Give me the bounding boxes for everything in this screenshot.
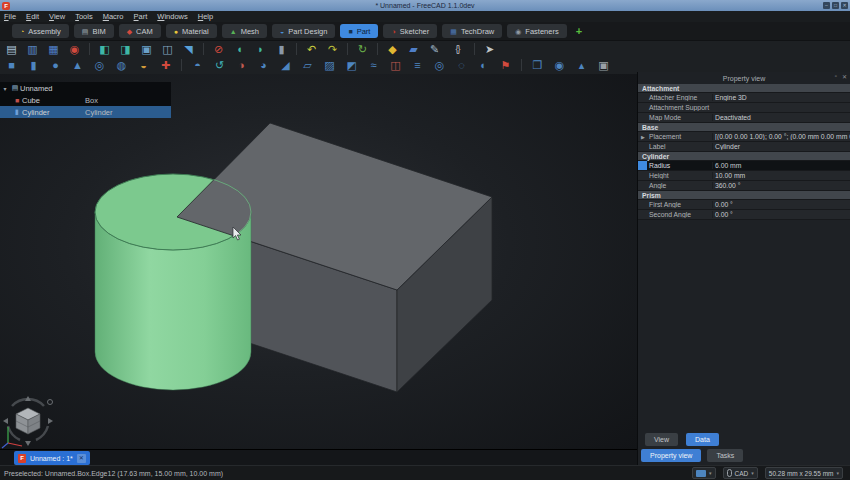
tab-view[interactable]: View: [645, 433, 678, 446]
chamfer-icon[interactable]: ◢: [279, 59, 292, 72]
expression-editor-icon[interactable]: {}: [449, 43, 466, 56]
link-select-icon[interactable]: ▮: [275, 43, 288, 56]
projection-on-surface-icon[interactable]: ⚑: [499, 59, 512, 72]
appearance-icon[interactable]: ◆: [386, 43, 399, 56]
sweep-icon[interactable]: ≈: [367, 59, 380, 72]
box-primitive-icon[interactable]: ■: [5, 59, 18, 72]
tube-primitive-icon[interactable]: ◍: [115, 59, 128, 72]
tab-property-view[interactable]: Property view: [641, 449, 701, 462]
navcube-cube[interactable]: [16, 408, 40, 434]
float-panel-icon[interactable]: ▫: [835, 73, 837, 80]
whats-this-icon[interactable]: ➤: [483, 43, 496, 56]
maximize-button[interactable]: □: [832, 2, 839, 9]
property-value[interactable]: Deactivated: [712, 114, 850, 121]
workbench-tab-assembly[interactable]: ◔ Assembly: [12, 24, 69, 38]
workbench-tab-material[interactable]: ● Material: [166, 24, 217, 38]
cone-primitive-icon[interactable]: ▲: [71, 59, 84, 72]
document-tab[interactable]: F Unnamed : 1* ✕: [14, 451, 90, 465]
torus-primitive-icon[interactable]: ◎: [93, 59, 106, 72]
cross-sections-icon[interactable]: ≡: [411, 59, 424, 72]
expand-caret-icon[interactable]: ▶: [641, 134, 645, 140]
edit-placement-icon[interactable]: ✎: [428, 43, 441, 56]
property-value[interactable]: 0.00 °: [712, 201, 850, 208]
workbench-tab-bim[interactable]: ▤ BIM: [74, 24, 114, 38]
selection-back-icon[interactable]: ◥: [182, 43, 195, 56]
link-override-icon[interactable]: ◗: [254, 43, 267, 56]
property-value[interactable]: 0.00 °: [712, 211, 850, 218]
refresh-icon[interactable]: ↻: [356, 43, 369, 56]
property-row-attachment-support[interactable]: Attachment Support: [638, 103, 850, 113]
property-row-first-angle[interactable]: First Angle 0.00 °: [638, 200, 850, 210]
link-make-icon[interactable]: ◖: [233, 43, 246, 56]
property-group-prism[interactable]: Prism: [638, 191, 850, 200]
close-button[interactable]: ✕: [841, 2, 848, 9]
close-tab-icon[interactable]: ✕: [77, 454, 86, 463]
cut-icon[interactable]: ◧: [98, 43, 111, 56]
workbench-tab-part-design[interactable]: ◒ Part Design: [272, 24, 335, 38]
close-panel-icon[interactable]: ✕: [842, 73, 847, 80]
workbench-tab-sketcher[interactable]: ◑ Sketcher: [383, 24, 437, 38]
minimize-button[interactable]: –: [823, 2, 830, 9]
extrude-icon[interactable]: ◓: [191, 59, 204, 72]
shape-builder-icon[interactable]: ✚: [159, 59, 172, 72]
mirror-icon[interactable]: ◑: [235, 59, 248, 72]
offset-2d-icon[interactable]: ◌: [455, 59, 468, 72]
revolve-icon[interactable]: ↺: [213, 59, 226, 72]
sphere-primitive-icon[interactable]: ●: [49, 59, 62, 72]
workbench-tab-techdraw[interactable]: ▦ TechDraw: [442, 24, 502, 38]
make-face-icon[interactable]: ▱: [301, 59, 314, 72]
create-primitives-icon[interactable]: ◒: [137, 59, 150, 72]
menu-windows[interactable]: Windows: [157, 12, 187, 21]
new-document-icon[interactable]: ▤: [5, 43, 18, 56]
menu-file[interactable]: File: [4, 12, 16, 21]
tab-tasks[interactable]: Tasks: [707, 449, 743, 462]
menu-macro[interactable]: Macro: [103, 12, 124, 21]
property-row-label[interactable]: Label Cylinder: [638, 142, 850, 152]
loft-icon[interactable]: ◩: [345, 59, 358, 72]
property-row-map-mode[interactable]: Map Mode Deactivated: [638, 113, 850, 123]
box-selection-icon[interactable]: ◫: [161, 43, 174, 56]
stop-operation-icon[interactable]: ⊘: [212, 43, 225, 56]
workbench-tab-mesh[interactable]: ▲ Mesh: [222, 24, 267, 38]
property-group-base[interactable]: Base: [638, 123, 850, 132]
tree-root-document[interactable]: ▾ ▤ Unnamed: [0, 82, 171, 94]
menu-part[interactable]: Part: [134, 12, 148, 21]
thickness-icon[interactable]: ◐: [477, 59, 490, 72]
add-workbench-button[interactable]: +: [576, 25, 582, 37]
ruled-surface-icon[interactable]: ▨: [323, 59, 336, 72]
tree-item-cylinder[interactable]: ▮ Cylinder Cylinder: [0, 106, 171, 118]
property-row-angle[interactable]: Angle 360.00 °: [638, 181, 850, 191]
view-dimensions-dropdown[interactable]: 50.28 mm x 29.55 mm ▾: [765, 467, 843, 479]
compound-icon[interactable]: ❒: [531, 59, 544, 72]
property-value[interactable]: 360.00 °: [712, 182, 850, 189]
undo-icon[interactable]: ↶: [305, 43, 318, 56]
property-value[interactable]: 10.00 mm: [712, 172, 850, 179]
tab-data[interactable]: Data: [686, 433, 719, 446]
property-value[interactable]: 6.00 mm: [712, 162, 850, 169]
refine-shape-icon[interactable]: ◉: [553, 59, 566, 72]
property-value[interactable]: Engine 3D: [712, 94, 850, 101]
navigation-style-dropdown[interactable]: CAD ▾: [723, 467, 758, 479]
workbench-tab-part[interactable]: ■ Part: [340, 24, 378, 38]
fillet-icon[interactable]: ◕: [257, 59, 270, 72]
navigation-cube[interactable]: [0, 394, 58, 449]
menu-edit[interactable]: Edit: [26, 12, 39, 21]
copy-icon[interactable]: ◨: [119, 43, 132, 56]
redo-icon[interactable]: ↷: [326, 43, 339, 56]
draw-style-dropdown[interactable]: ▾: [692, 467, 716, 479]
3d-viewport[interactable]: ▾ ▤ Unnamed ■ Cube Box ▮ Cylinder Cylind…: [0, 74, 637, 449]
property-row-second-angle[interactable]: Second Angle 0.00 °: [638, 210, 850, 220]
property-value[interactable]: Cylinder: [712, 143, 850, 150]
property-group-cylinder[interactable]: Cylinder: [638, 152, 850, 161]
cylinder-primitive-icon[interactable]: ▮: [27, 59, 40, 72]
property-row-radius[interactable]: Radius 6.00 mm: [638, 161, 850, 171]
property-value[interactable]: [(0.00 0.00 1.00); 0.00 °; (0.00 mm 0.00…: [712, 133, 850, 140]
open-document-icon[interactable]: ▥: [26, 43, 39, 56]
menu-view[interactable]: View: [49, 12, 65, 21]
property-row-placement[interactable]: ▶ Placement [(0.00 0.00 1.00); 0.00 °; (…: [638, 132, 850, 142]
record-macro-icon[interactable]: ◉: [68, 43, 81, 56]
group-icon[interactable]: ▰: [407, 43, 420, 56]
check-geometry-icon[interactable]: ▴: [575, 59, 588, 72]
property-group-attachment[interactable]: Attachment: [638, 84, 850, 93]
workbench-tab-fasteners[interactable]: ◉ Fasteners: [507, 24, 566, 38]
